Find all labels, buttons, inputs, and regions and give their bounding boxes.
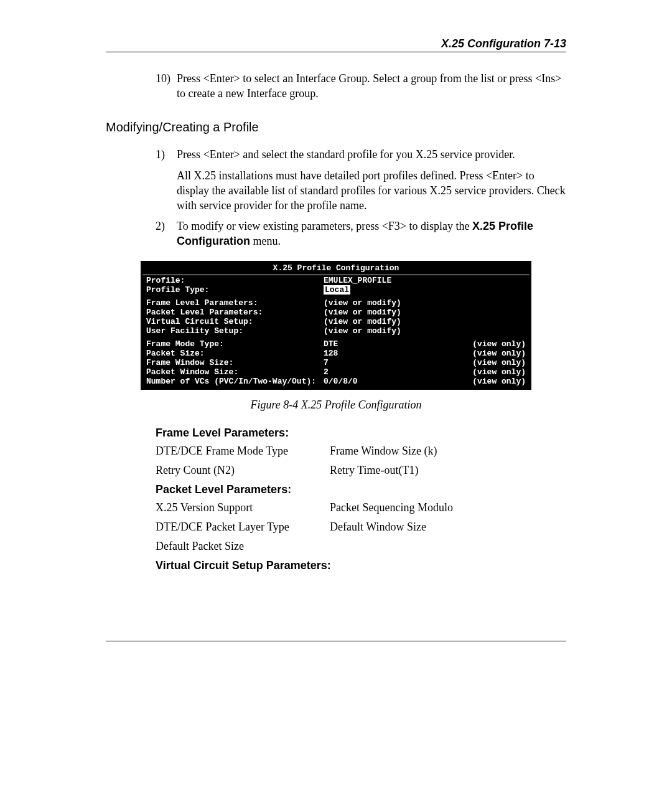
step-1: 1) Press <Enter> and select the standard… [156, 147, 566, 214]
page-header: X.25 Configuration 7-13 [106, 37, 566, 52]
terminal-label: Profile: [146, 276, 324, 286]
terminal-value: 0/0/8/0 [324, 377, 429, 387]
terminal-note: (view only) [429, 340, 526, 349]
terminal-row: Number of VCs (PVC/In/Two-Way/Out): 0/0/… [146, 377, 526, 387]
param-left: Default Packet Size [156, 540, 330, 553]
terminal-value: (view or modify) [324, 318, 429, 327]
param-left: Retry Count (N2) [156, 464, 330, 477]
figure-caption: Figure 8-4 X.25 Profile Configuration [106, 399, 566, 412]
terminal-label: User Facility Setup: [146, 327, 324, 336]
terminal-label: Profile Type: [146, 286, 324, 295]
terminal-note: (view only) [429, 368, 526, 377]
header-title: X.25 Configuration 7-13 [441, 37, 566, 50]
param-right: Packet Sequencing Modulo [330, 501, 566, 514]
terminal-note [429, 276, 526, 286]
step-10: 10) Press <Enter> to select an Interface… [156, 71, 566, 101]
terminal-row: Virtual Circuit Setup: (view or modify) [146, 318, 526, 327]
terminal-row: Frame Level Parameters: (view or modify) [146, 299, 526, 308]
terminal-label: Virtual Circuit Setup: [146, 318, 324, 327]
param-row: Default Packet Size [156, 540, 566, 553]
packet-level-head: Packet Level Parameters: [156, 483, 566, 496]
param-row: DTE/DCE Frame Mode Type Frame Window Siz… [156, 445, 566, 458]
terminal-value: (view or modify) [324, 299, 429, 308]
terminal-inverse-value: Local [324, 285, 350, 295]
terminal-row: Frame Window Size: 7 (view only) [146, 359, 526, 368]
step1-p1: Press <Enter> and select the standard pr… [177, 147, 566, 162]
step-number: 2) [156, 219, 177, 249]
terminal-body: Profile: EMULEX_PROFILE Profile Type: Lo… [142, 276, 530, 386]
param-row: Retry Count (N2) Retry Time-out(T1) [156, 464, 566, 477]
param-row: DTE/DCE Packet Layer Type Default Window… [156, 521, 566, 534]
terminal-label: Frame Window Size: [146, 359, 324, 368]
footer-rule [106, 641, 566, 641]
terminal-row: Packet Size: 128 (view only) [146, 349, 526, 359]
step-body: Press <Enter> to select an Interface Gro… [177, 71, 566, 101]
terminal-value: DTE [324, 340, 429, 349]
parameters-section: Frame Level Parameters: DTE/DCE Frame Mo… [156, 427, 566, 572]
step-number: 10) [156, 71, 177, 101]
terminal-row: Packet Window Size: 2 (view only) [146, 368, 526, 377]
step2-pre: To modify or view existing parameters, p… [177, 220, 472, 232]
step-number: 1) [156, 147, 177, 214]
terminal-label: Packet Level Parameters: [146, 308, 324, 318]
terminal-note: (view only) [429, 359, 526, 368]
terminal-row: Packet Level Parameters: (view or modify… [146, 308, 526, 318]
terminal-value: Local [324, 286, 429, 295]
terminal-screenshot: X.25 Profile Configuration Profile: EMUL… [141, 261, 531, 389]
terminal-label: Frame Level Parameters: [146, 299, 324, 308]
page: X.25 Configuration 7-13 10) Press <Enter… [0, 0, 672, 679]
param-row: X.25 Version Support Packet Sequencing M… [156, 501, 566, 514]
param-left: DTE/DCE Frame Mode Type [156, 445, 330, 458]
terminal-value: EMULEX_PROFILE [324, 276, 429, 286]
terminal-value: (view or modify) [324, 327, 429, 336]
step-2: 2) To modify or view existing parameters… [156, 219, 566, 249]
terminal-label: Number of VCs (PVC/In/Two-Way/Out): [146, 377, 324, 387]
terminal-note: (view only) [429, 377, 526, 387]
terminal-value: (view or modify) [324, 308, 429, 318]
terminal-note [429, 286, 526, 295]
terminal-label: Packet Size: [146, 349, 324, 359]
terminal-title: X.25 Profile Configuration [142, 264, 530, 275]
vc-setup-head: Virtual Circuit Setup Parameters: [156, 559, 566, 572]
terminal-label: Packet Window Size: [146, 368, 324, 377]
param-right [330, 540, 566, 553]
terminal-value: 7 [324, 359, 429, 368]
terminal-row: User Facility Setup: (view or modify) [146, 327, 526, 336]
param-right: Retry Time-out(T1) [330, 464, 566, 477]
param-left: X.25 Version Support [156, 501, 330, 514]
step2-post: menu. [250, 235, 281, 247]
terminal-value: 2 [324, 368, 429, 377]
param-left: DTE/DCE Packet Layer Type [156, 521, 330, 534]
terminal-value: 128 [324, 349, 429, 359]
terminal-note: (view only) [429, 349, 526, 359]
frame-level-head: Frame Level Parameters: [156, 427, 566, 440]
step1-p2: All X.25 installations must have detaile… [177, 168, 566, 214]
section-heading: Modifying/Creating a Profile [106, 120, 566, 134]
param-right: Default Window Size [330, 521, 566, 534]
terminal-row: Frame Mode Type: DTE (view only) [146, 340, 526, 349]
terminal-row: Profile Type: Local [146, 286, 526, 295]
param-right: Frame Window Size (k) [330, 445, 566, 458]
step-body: To modify or view existing parameters, p… [177, 219, 566, 249]
terminal-row: Profile: EMULEX_PROFILE [146, 276, 526, 286]
terminal-label: Frame Mode Type: [146, 340, 324, 349]
step-body: Press <Enter> and select the standard pr… [177, 147, 566, 214]
